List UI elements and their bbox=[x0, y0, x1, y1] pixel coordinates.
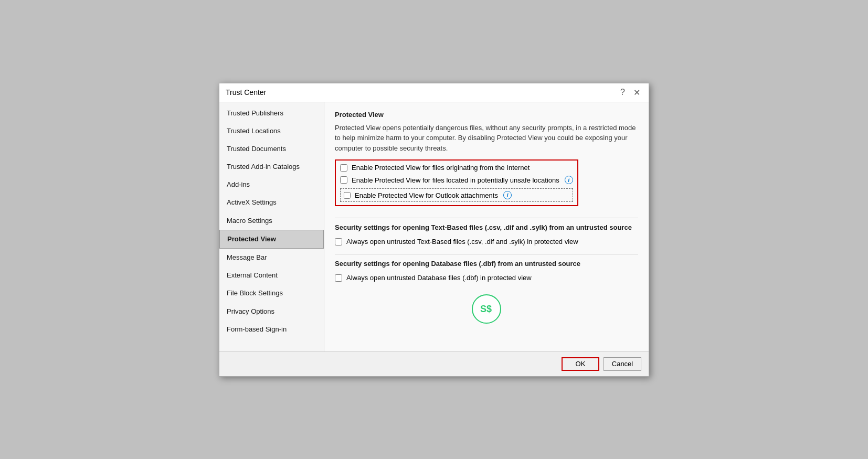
logo-svg: S$ bbox=[478, 301, 495, 317]
close-button[interactable]: ✕ bbox=[631, 88, 642, 98]
checkbox-row-text-based: Always open untrusted Text-Based files (… bbox=[335, 236, 638, 248]
checkbox-row-unsafe-locations: Enable Protected View for files located … bbox=[340, 176, 573, 184]
sidebar: Trusted Publishers Trusted Locations Tru… bbox=[219, 102, 324, 351]
checkbox-internet[interactable] bbox=[340, 164, 347, 172]
sidebar-item-macro-settings[interactable]: Macro Settings bbox=[219, 212, 324, 230]
ok-button[interactable]: OK bbox=[562, 357, 599, 371]
checkbox-row-internet: Enable Protected View for files originat… bbox=[340, 164, 573, 172]
protected-view-checkboxes: Enable Protected View for files originat… bbox=[335, 159, 578, 206]
sidebar-item-activex-settings[interactable]: ActiveX Settings bbox=[219, 194, 324, 211]
checkbox-text-based-label: Always open untrusted Text-Based files (… bbox=[346, 238, 578, 245]
title-bar-controls: ? ✕ bbox=[618, 88, 642, 98]
checkbox-outlook[interactable] bbox=[344, 192, 351, 199]
sidebar-item-message-bar[interactable]: Message Bar bbox=[219, 249, 324, 266]
section-title-protected-view: Protected View bbox=[335, 111, 638, 119]
cancel-button[interactable]: Cancel bbox=[604, 357, 641, 371]
section-description: Protected View opens potentially dangero… bbox=[335, 123, 638, 154]
checkbox-unsafe-locations[interactable] bbox=[340, 176, 347, 184]
checkbox-unsafe-locations-label: Enable Protected View for files located … bbox=[352, 176, 559, 184]
help-button[interactable]: ? bbox=[618, 88, 627, 97]
section-title-database: Security settings for opening Database f… bbox=[335, 260, 638, 268]
sidebar-item-trusted-addin-catalogs[interactable]: Trusted Add-in Catalogs bbox=[219, 158, 324, 176]
title-bar: Trust Center ? ✕ bbox=[219, 83, 649, 102]
info-icon-unsafe-locations[interactable]: i bbox=[565, 176, 573, 184]
checkbox-row-outlook: Enable Protected View for Outlook attach… bbox=[340, 188, 573, 202]
svg-text:S$: S$ bbox=[480, 304, 492, 314]
dialog-title: Trust Center bbox=[226, 88, 266, 97]
content-area: Protected View Protected View opens pote… bbox=[324, 102, 649, 351]
section-text-based-files: Security settings for opening Text-Based… bbox=[335, 218, 638, 248]
sidebar-item-trusted-documents[interactable]: Trusted Documents bbox=[219, 140, 324, 158]
sidebar-item-privacy-options[interactable]: Privacy Options bbox=[219, 303, 324, 321]
section-database-files: Security settings for opening Database f… bbox=[335, 254, 638, 324]
checkbox-database-label: Always open untrusted Database files (.d… bbox=[346, 274, 532, 282]
sidebar-item-file-block-settings[interactable]: File Block Settings bbox=[219, 284, 324, 302]
sidebar-item-add-ins[interactable]: Add-ins bbox=[219, 176, 324, 194]
dialog-body: Trusted Publishers Trusted Locations Tru… bbox=[219, 102, 649, 351]
sidebar-item-trusted-publishers[interactable]: Trusted Publishers bbox=[219, 104, 324, 122]
sidebar-item-form-based-signin[interactable]: Form-based Sign-in bbox=[219, 321, 324, 338]
checkbox-text-based[interactable] bbox=[335, 238, 342, 245]
checkbox-row-database: Always open untrusted Database files (.d… bbox=[335, 272, 638, 284]
info-icon-outlook[interactable]: i bbox=[503, 191, 512, 199]
logo-circle-icon: S$ bbox=[472, 294, 501, 324]
sidebar-item-external-content[interactable]: External Content bbox=[219, 266, 324, 284]
section-title-text-based: Security settings for opening Text-Based… bbox=[335, 223, 638, 231]
sidebar-item-trusted-locations[interactable]: Trusted Locations bbox=[219, 122, 324, 140]
trust-center-dialog: Trust Center ? ✕ Trusted Publishers Trus… bbox=[219, 83, 649, 377]
checkbox-internet-label: Enable Protected View for files originat… bbox=[352, 164, 530, 172]
logo-watermark: S$ bbox=[335, 294, 638, 324]
checkbox-outlook-label: Enable Protected View for Outlook attach… bbox=[355, 191, 498, 199]
sidebar-item-protected-view[interactable]: Protected View bbox=[219, 230, 324, 249]
dialog-footer: OK Cancel bbox=[219, 351, 649, 376]
checkbox-database[interactable] bbox=[335, 274, 342, 282]
